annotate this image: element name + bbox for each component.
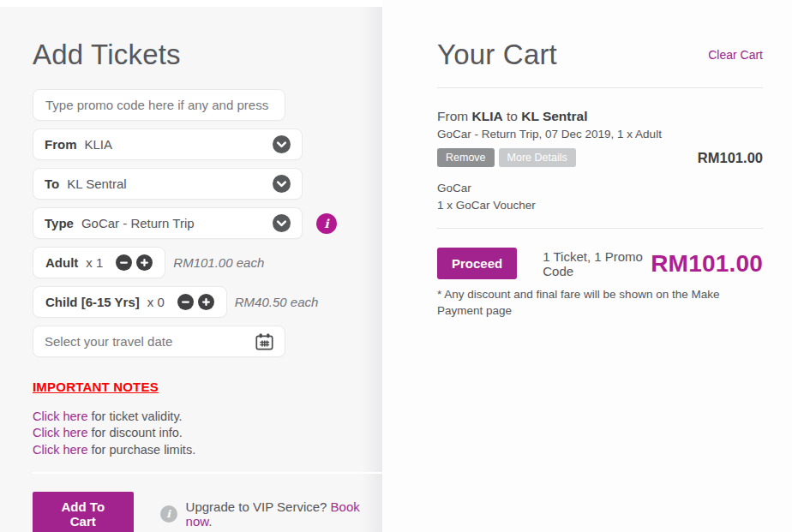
left-divider xyxy=(33,472,388,474)
type-value: GoCar - Return Trip xyxy=(81,216,195,230)
important-notes-heading: IMPORTANT NOTES xyxy=(33,380,382,394)
child-stepper: Child [6-15 Yrs] x 0 xyxy=(33,286,227,318)
ticket-booking-page: Add Tickets From KLIA To KL Sentral xyxy=(0,0,792,532)
to-label: To xyxy=(45,176,59,191)
travel-date-placeholder: Select your travel date xyxy=(45,334,172,349)
note-text: for discount info. xyxy=(87,426,182,439)
chevron-down-icon xyxy=(273,214,291,232)
item-price: RM101.00 xyxy=(698,150,763,166)
calendar-icon[interactable] xyxy=(255,333,273,350)
vip-suffix: . xyxy=(208,514,212,529)
note-line: Click here for discount info. xyxy=(33,425,382,441)
route-line: From KLIA to KL Sentral xyxy=(437,109,763,124)
note-line: Click here for purchase limits. xyxy=(33,442,382,458)
adult-label: Adult xyxy=(45,255,78,270)
item-details: GoCar - Return Trip, 07 Dec 2019, 1 x Ad… xyxy=(437,128,763,140)
child-minus-button[interactable] xyxy=(177,294,194,310)
remove-button[interactable]: Remove xyxy=(437,148,495,167)
ticket-validity-link[interactable]: Click here xyxy=(33,409,87,423)
to-value: KL Sentral xyxy=(67,176,127,191)
adult-quantity: x 1 xyxy=(86,255,103,270)
adult-stepper: Adult x 1 xyxy=(33,247,165,278)
discount-info-link[interactable]: Click here xyxy=(33,426,87,439)
note-line: Click here for ticket validity. xyxy=(33,409,382,425)
cart-item: From KLIA to KL Sentral GoCar - Return T… xyxy=(437,109,763,214)
travel-date-input[interactable]: Select your travel date xyxy=(33,326,285,357)
child-label: Child [6-15 Yrs] xyxy=(45,295,140,309)
type-label: Type xyxy=(45,216,74,230)
route-from-word: From xyxy=(437,109,468,123)
cart-total: RM101.00 xyxy=(651,250,763,278)
cart-summary: 1 Ticket, 1 Promo Code xyxy=(543,249,651,278)
adult-price: RM101.00 each xyxy=(173,255,264,270)
route-to-word: to xyxy=(507,109,518,123)
from-label: From xyxy=(45,137,77,152)
add-to-cart-button[interactable]: Add To Cart xyxy=(33,492,134,532)
cart-divider xyxy=(437,228,763,229)
add-tickets-panel: Add Tickets From KLIA To KL Sentral xyxy=(0,0,382,532)
note-text: for ticket validity. xyxy=(87,409,182,423)
your-cart-panel: Your Cart Clear Cart From KLIA to KL Sen… xyxy=(382,0,792,532)
type-select[interactable]: Type GoCar - Return Trip xyxy=(33,207,303,239)
add-tickets-title: Add Tickets xyxy=(33,39,382,70)
child-price: RM40.50 each xyxy=(235,295,319,309)
purchase-limits-link[interactable]: Click here xyxy=(33,443,87,457)
to-select[interactable]: To KL Sentral xyxy=(33,168,303,200)
route-to-station: KL Sentral xyxy=(521,109,587,123)
vip-upsell-text: Upgrade to VIP Service? Book now. xyxy=(186,499,382,529)
chevron-down-icon xyxy=(273,135,291,153)
more-details-button[interactable]: More Details xyxy=(499,148,576,167)
child-quantity: x 0 xyxy=(147,295,165,309)
type-info-icon[interactable]: i xyxy=(316,213,337,234)
addon-detail: 1 x GoCar Voucher xyxy=(437,197,763,214)
from-select[interactable]: From KLIA xyxy=(33,129,303,160)
adult-plus-button[interactable] xyxy=(136,254,153,271)
promo-code-input[interactable] xyxy=(33,89,285,121)
note-text: for purchase limits. xyxy=(87,443,195,457)
chevron-down-icon xyxy=(273,175,291,193)
vip-prompt: Upgrade to VIP Service? xyxy=(186,499,331,514)
cart-divider xyxy=(437,87,763,88)
notes-list: Click here for ticket validity. Click he… xyxy=(33,409,382,458)
your-cart-title: Your Cart xyxy=(437,39,557,70)
cart-footnote: * Any discount and final fare will be sh… xyxy=(437,287,763,319)
addon-name: GoCar xyxy=(437,180,763,197)
ticket-form: From KLIA To KL Sentral xyxy=(33,89,382,357)
adult-minus-button[interactable] xyxy=(116,254,132,271)
item-addon: GoCar 1 x GoCar Voucher xyxy=(437,180,763,214)
child-plus-button[interactable] xyxy=(198,294,214,310)
from-value: KLIA xyxy=(85,137,113,152)
clear-cart-link[interactable]: Clear Cart xyxy=(708,48,763,62)
vip-info-icon: i xyxy=(160,505,177,523)
route-from-station: KLIA xyxy=(471,109,502,123)
proceed-button[interactable]: Proceed xyxy=(437,248,517,279)
